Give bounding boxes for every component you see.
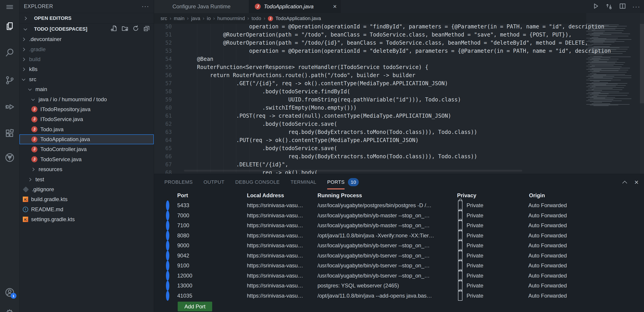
- port-row[interactable]: 9042 https://srinivasa-vasu… /usr/local/…: [154, 251, 644, 261]
- maximize-panel-icon[interactable]: [622, 180, 628, 185]
- code-line: 60 .switchIfEmpty(Mono.empty())): [154, 104, 586, 112]
- tab-configure-java-runtime[interactable]: Configure Java Runtime: [154, 0, 249, 13]
- tree-item[interactable]: TodoController.java: [20, 144, 154, 154]
- tree-item[interactable]: TodoService.java: [20, 154, 154, 164]
- source-control-icon[interactable]: [4, 75, 15, 86]
- port-row[interactable]: 7000 https://srinivasa-vasu… /usr/local/…: [154, 210, 644, 221]
- add-port-button[interactable]: Add Port: [178, 302, 212, 311]
- tree-item[interactable]: ITodoRepository.java: [20, 104, 154, 114]
- local-address-link[interactable]: https://srinivasa-vasu…: [247, 200, 303, 210]
- chevron-separator-icon: [213, 16, 215, 22]
- more-actions-icon[interactable]: [632, 3, 640, 10]
- port-status-dot-icon: [166, 251, 169, 261]
- local-address-link[interactable]: https://srinivasa-vasu…: [247, 281, 303, 291]
- project-label: TODO [CODESPACES]: [34, 26, 87, 32]
- port-status-dot-icon: [166, 291, 169, 301]
- tree-item[interactable]: build.gradle.kts: [20, 194, 154, 204]
- menu-icon[interactable]: [4, 2, 15, 12]
- line-number: 56: [154, 71, 172, 79]
- tree-item[interactable]: java / io / humourmind / todo: [20, 94, 154, 104]
- tree-item[interactable]: .gradle: [20, 44, 154, 54]
- panel-tab[interactable]: DEBUG CONSOLE: [235, 174, 280, 190]
- code-text: .switchIfEmpty(Mono.empty())): [184, 104, 357, 112]
- port-row[interactable]: 9000 https://srinivasa-vasu… /usr/local/…: [154, 240, 644, 251]
- breadcrumb-item[interactable]: humourmind: [217, 16, 249, 22]
- editor-actions: [592, 0, 640, 13]
- chevron-right-icon: [21, 67, 26, 72]
- chevron-down-icon: [21, 77, 26, 82]
- tree-item[interactable]: README.md: [20, 204, 154, 214]
- tree-item[interactable]: resources: [20, 164, 154, 174]
- breadcrumb-label: humourmind: [217, 16, 245, 22]
- panel-tab[interactable]: PROBLEMS: [164, 174, 192, 190]
- tree-item[interactable]: ITodoService.java: [20, 114, 154, 124]
- close-panel-icon[interactable]: [634, 178, 638, 186]
- local-address-link[interactable]: https://srinivasa-vasu…: [247, 260, 303, 271]
- local-address-link[interactable]: https://srinivasa-vasu…: [247, 271, 303, 281]
- code-text: .body(todoService.save(: [184, 144, 337, 152]
- tree-item[interactable]: settings.gradle.kts: [20, 214, 154, 224]
- breadcrumb-item[interactable]: io: [207, 16, 215, 22]
- tree-item[interactable]: build: [20, 54, 154, 64]
- tree-item[interactable]: src: [20, 74, 154, 84]
- local-address-link[interactable]: https://srinivasa-vasu…: [247, 251, 303, 261]
- tree-item[interactable]: TodoApplication.java: [20, 134, 154, 144]
- vertical-scrollbar[interactable]: [640, 0, 644, 174]
- settings-gear-icon[interactable]: ⚙: [6, 308, 14, 312]
- collapse-all-icon[interactable]: [143, 25, 150, 33]
- extensions-icon[interactable]: [4, 128, 15, 139]
- local-address-link[interactable]: https://srinivasa-vasu…: [247, 240, 303, 251]
- tree-item[interactable]: .devcontainer: [20, 34, 154, 44]
- panel-tab[interactable]: PORTS 10: [327, 174, 359, 190]
- new-file-icon[interactable]: [110, 25, 118, 33]
- origin-value: Auto Forwarded: [528, 260, 567, 271]
- panel-tab[interactable]: OUTPUT: [204, 174, 224, 190]
- run-icon[interactable]: [592, 2, 599, 11]
- tree-item[interactable]: k8s: [20, 64, 154, 74]
- port-row[interactable]: 7100 https://srinivasa-vasu… /usr/local/…: [154, 220, 644, 230]
- tree-item[interactable]: test: [20, 174, 154, 184]
- breadcrumb-item[interactable]: todo: [252, 16, 265, 22]
- origin-value: Auto Forwarded: [528, 230, 567, 241]
- port-row[interactable]: 13000 https://srinivasa-vasu… postgres: …: [154, 281, 644, 291]
- split-editor-icon[interactable]: [619, 2, 626, 11]
- run-debug-icon[interactable]: [4, 102, 15, 112]
- breadcrumb-file[interactable]: TodoApplication.java: [268, 16, 321, 22]
- close-icon[interactable]: [333, 3, 337, 10]
- explorer-more-actions-icon[interactable]: [142, 3, 149, 10]
- breadcrumb-item[interactable]: main: [174, 16, 189, 22]
- port-row[interactable]: 8080 https://srinivasa-vasu… /opt/java/1…: [154, 230, 644, 241]
- code-editor[interactable]: 50 operation = @Operation(operationId = …: [154, 22, 586, 174]
- port-row[interactable]: 41035 https://srinivasa-vasu… /opt/java/…: [154, 291, 644, 301]
- tab-todoapplication[interactable]: TodoApplication.java: [249, 0, 340, 13]
- breadcrumb-item[interactable]: java: [191, 16, 204, 22]
- port-number: 7100: [177, 220, 189, 230]
- tree-item[interactable]: .gitignore: [20, 184, 154, 194]
- tree-item[interactable]: main: [20, 84, 154, 94]
- account-icon[interactable]: 1: [4, 287, 15, 298]
- port-row[interactable]: 9100 https://srinivasa-vasu… /usr/local/…: [154, 260, 644, 271]
- tree-item[interactable]: Todo.java: [20, 124, 154, 134]
- search-icon[interactable]: [4, 47, 15, 58]
- open-editors-section[interactable]: OPEN EDITORS: [20, 13, 154, 24]
- explorer-icon[interactable]: [4, 21, 15, 32]
- port-row[interactable]: 12000 https://srinivasa-vasu… /usr/local…: [154, 271, 644, 281]
- breadcrumb-item[interactable]: src: [160, 16, 171, 22]
- project-section-header[interactable]: TODO [CODESPACES]: [20, 24, 154, 34]
- port-row[interactable]: 5433 https://srinivasa-vasu… /usr/local/…: [154, 200, 644, 210]
- new-folder-icon[interactable]: [121, 25, 128, 33]
- github-icon[interactable]: [4, 152, 15, 163]
- refresh-icon[interactable]: [132, 25, 139, 33]
- local-address-link[interactable]: https://srinivasa-vasu…: [247, 230, 303, 241]
- running-process: /usr/local/yugabyte/bin/yb-tserver --sto…: [318, 240, 430, 251]
- local-address-link[interactable]: https://srinivasa-vasu…: [247, 291, 303, 301]
- sync-changes-icon[interactable]: [605, 2, 613, 11]
- local-address-link[interactable]: https://srinivasa-vasu…: [247, 210, 303, 221]
- port-status-dot-icon: [166, 210, 169, 221]
- privacy-value: Private: [466, 200, 484, 210]
- line-number: 61: [154, 112, 172, 120]
- local-address-link[interactable]: https://srinivasa-vasu…: [247, 220, 303, 230]
- minimap[interactable]: [586, 24, 640, 110]
- horizontal-scrollbar[interactable]: [184, 170, 522, 172]
- panel-tab[interactable]: TERMINAL: [290, 174, 316, 190]
